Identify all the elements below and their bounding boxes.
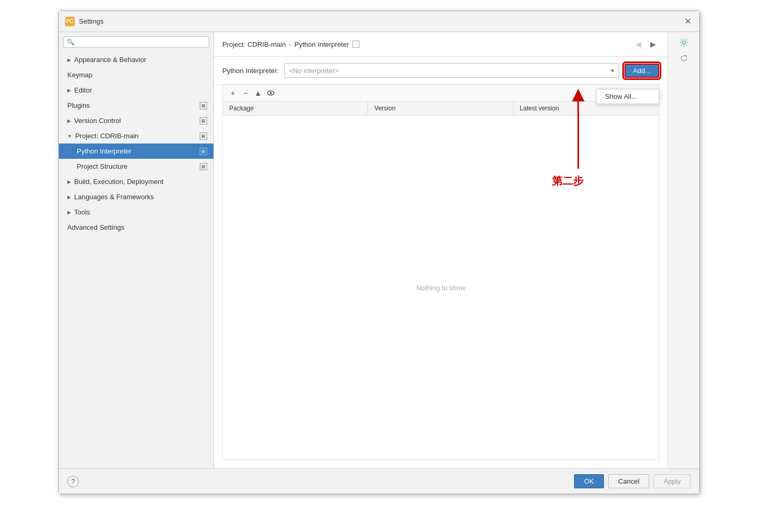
structure-icon: ⊞ [200, 163, 207, 170]
sidebar-item-label: Appearance & Behavior [74, 56, 146, 64]
sidebar-item-project[interactable]: ▼ Project: CDRIB-main ⊞ [59, 128, 213, 144]
chevron-icon: ▶ [67, 179, 71, 185]
add-button[interactable]: Add... [624, 64, 659, 78]
settings-window: PC Settings ✕ 🔍 ▶ Appearance & Behavior … [58, 11, 700, 494]
sidebar-item-label: Advanced Settings [67, 223, 124, 231]
help-button[interactable]: ? [67, 476, 79, 487]
sidebar-item-tools[interactable]: ▶ Tools [59, 204, 213, 220]
main-content: Project: CDRIB-main › Python Interpreter… [214, 32, 668, 468]
sidebar-item-label: Version Control [74, 117, 121, 125]
footer-right: OK Cancel Apply [574, 474, 691, 488]
sidebar-item-label: Keymap [67, 71, 93, 79]
apply-button[interactable]: Apply [653, 474, 691, 488]
sidebar-item-python-interpreter[interactable]: Python Interpreter ⊞ [59, 144, 213, 159]
remove-package-button[interactable]: − [240, 87, 251, 99]
footer: ? OK Cancel Apply [59, 468, 699, 494]
sidebar: 🔍 ▶ Appearance & Behavior Keymap ▶ Edito… [59, 32, 214, 468]
chevron-icon: ▶ [67, 195, 71, 200]
sidebar-item-editor[interactable]: ▶ Editor [59, 83, 213, 98]
table-header: Package Version Latest version [223, 101, 659, 116]
sidebar-item-label: Languages & Frameworks [74, 193, 154, 201]
footer-left: ? [67, 476, 79, 487]
sidebar-item-label: Project: CDRIB-main [75, 132, 139, 140]
svg-point-4 [682, 41, 685, 44]
packages-table: + − ▲ Package Version Latest version [222, 85, 659, 460]
sidebar-item-label: Tools [74, 208, 90, 216]
add-btn-container: Add... Show All... [624, 64, 659, 78]
ok-button[interactable]: OK [574, 474, 604, 488]
table-body: Nothing to show [223, 116, 659, 459]
chevron-icon: ▶ [67, 118, 71, 124]
close-button[interactable]: ✕ [682, 16, 693, 27]
show-all-item[interactable]: Show All... [597, 89, 659, 104]
interpreter-row: Python Interpreter: <No interpreter> ▼ A… [214, 57, 668, 85]
interpreter-label: Python Interpreter: [222, 67, 279, 75]
plugin-icon: ⊞ [200, 102, 207, 109]
project-icon: ⊞ [200, 132, 207, 140]
col-version: Version [368, 101, 513, 115]
sidebar-item-project-structure[interactable]: Project Structure ⊞ [59, 159, 213, 174]
chevron-icon: ▶ [67, 210, 71, 215]
sidebar-item-label: Python Interpreter [77, 147, 131, 155]
sidebar-item-keymap[interactable]: Keymap [59, 67, 213, 83]
breadcrumb-icon [352, 40, 360, 48]
upgrade-package-button[interactable]: ▲ [252, 87, 264, 99]
add-package-button[interactable]: + [227, 87, 239, 99]
cancel-button[interactable]: Cancel [608, 474, 649, 488]
search-input[interactable] [77, 38, 206, 46]
vc-icon: ⊞ [200, 117, 207, 125]
nav-buttons: ◀ ▶ [632, 38, 659, 50]
chevron-icon: ▶ [67, 88, 71, 93]
select-wrapper: <No interpreter> ▼ [284, 63, 619, 78]
interpreter-icon: ⊞ [200, 148, 207, 155]
sidebar-item-label: Editor [74, 86, 92, 94]
chevron-icon: ▶ [67, 57, 71, 63]
window-title: Settings [79, 17, 104, 25]
sidebar-item-label: Plugins [67, 101, 90, 109]
search-box[interactable]: 🔍 [63, 36, 209, 48]
breadcrumb-separator: › [289, 40, 291, 48]
col-package: Package [223, 101, 368, 115]
search-icon: 🔍 [67, 38, 75, 46]
right-edge-panel [668, 32, 699, 468]
title-bar-left: PC Settings [65, 17, 104, 26]
breadcrumb-project: Project: CDRIB-main [222, 40, 286, 48]
refresh-icon[interactable] [678, 52, 690, 65]
sidebar-item-appearance[interactable]: ▶ Appearance & Behavior [59, 52, 213, 67]
chevron-icon: ▼ [67, 134, 72, 139]
empty-message: Nothing to show [416, 284, 465, 292]
title-bar: PC Settings ✕ [59, 11, 699, 32]
sidebar-item-label: Build, Execution, Deployment [74, 178, 163, 186]
sidebar-item-advanced-settings[interactable]: Advanced Settings [59, 220, 213, 235]
sidebar-item-build-execution[interactable]: ▶ Build, Execution, Deployment [59, 174, 213, 189]
show-details-button[interactable] [265, 87, 276, 99]
nav-forward-button[interactable]: ▶ [647, 38, 659, 50]
gear-icon[interactable] [678, 36, 690, 49]
main-header: Project: CDRIB-main › Python Interpreter… [214, 32, 668, 57]
interpreter-select[interactable]: <No interpreter> [284, 63, 619, 78]
sidebar-item-languages-frameworks[interactable]: ▶ Languages & Frameworks [59, 189, 213, 204]
app-icon: PC [65, 17, 75, 26]
sidebar-item-plugins[interactable]: Plugins ⊞ [59, 98, 213, 113]
breadcrumb-page: Python Interpreter [294, 40, 349, 48]
sidebar-item-label: Project Structure [77, 162, 128, 170]
breadcrumb: Project: CDRIB-main › Python Interpreter [222, 40, 360, 48]
interpreter-dropdown: Show All... [596, 89, 659, 104]
svg-point-3 [270, 92, 272, 94]
nav-back-button[interactable]: ◀ [632, 38, 644, 50]
window-body: 🔍 ▶ Appearance & Behavior Keymap ▶ Edito… [59, 32, 699, 468]
table-toolbar: + − ▲ [223, 85, 659, 101]
eye-icon [267, 89, 274, 97]
sidebar-item-version-control[interactable]: ▶ Version Control ⊞ [59, 113, 213, 128]
